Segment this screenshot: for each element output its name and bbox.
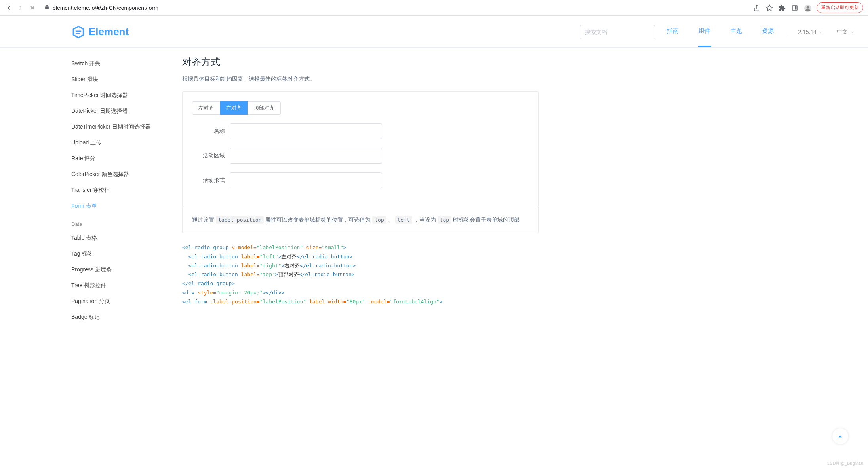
region-input[interactable] [230,148,382,164]
explain-text: ，当设为 [414,216,438,223]
browser-toolbar: element.eleme.io/#/zh-CN/component/form … [0,0,868,16]
section-title: 对齐方式 [182,56,539,68]
top-nav: Element 指南 组件 主题 资源 2.15.14 中文 [0,16,868,48]
chevron-down-icon [850,30,854,34]
code-line: <el-radio-button label="right">右对齐</el-r… [182,261,539,271]
panel-icon[interactable] [791,4,798,11]
nav-component[interactable]: 组件 [699,27,710,36]
update-button[interactable]: 重新启动即可更新 [817,2,863,13]
sidebar-item-progress[interactable]: Progress 进度条 [71,262,182,278]
sidebar-item-upload[interactable]: Upload 上传 [71,135,182,151]
bookmark-icon[interactable] [766,4,773,11]
form-item-region: 活动区域 [192,148,529,164]
extensions-icon[interactable] [779,4,786,11]
sidebar-item-colorpicker[interactable]: ColorPicker 颜色选择器 [71,167,182,182]
code-line: <el-radio-group v-model="labelPosition" … [182,243,539,252]
nav-resource[interactable]: 资源 [762,27,774,36]
page-content: Element 指南 组件 主题 资源 2.15.14 中文 Switch 开关… [0,16,868,333]
language-dropdown[interactable]: 中文 [837,28,854,36]
browser-actions: 重新启动即可更新 [753,2,863,13]
nav-theme[interactable]: 主题 [730,27,742,36]
code-top: top [372,216,386,224]
nav-separator [786,28,786,36]
sidebar-item-table[interactable]: Table 表格 [71,230,182,246]
back-button[interactable] [5,4,13,12]
form-item-type: 活动形式 [192,172,529,188]
type-label: 活动形式 [192,177,230,184]
sidebar-item-form[interactable]: Form 表单 [71,198,182,214]
code-block: <el-radio-group v-model="labelPosition" … [182,243,539,306]
share-icon[interactable] [753,4,760,11]
nav-links: 指南 组件 主题 资源 [667,27,774,36]
explain-text: 、 [388,216,395,223]
sidebar-item-rate[interactable]: Rate 评分 [71,151,182,167]
demo-description: 通过设置 label-position 属性可以改变表单域标签的位置，可选值为 … [182,207,539,233]
search-input[interactable] [580,25,655,39]
version-label: 2.15.14 [798,29,817,35]
svg-point-3 [807,6,809,9]
sidebar-group-data: Data [71,214,182,230]
sidebar-item-timepicker[interactable]: TimePicker 时间选择器 [71,87,182,103]
region-label: 活动区域 [192,152,230,159]
code-line: <el-radio-button label="top">顶部对齐</el-ra… [182,270,539,279]
sidebar-item-switch[interactable]: Switch 开关 [71,56,182,72]
url-bar[interactable]: element.eleme.io/#/zh-CN/component/form [40,5,749,11]
radio-right[interactable]: 右对齐 [220,101,248,115]
lock-icon [44,5,49,11]
code-line: <el-radio-button label="left">左对齐</el-ra… [182,252,539,261]
sidebar-item-transfer[interactable]: Transfer 穿梭框 [71,182,182,198]
code-label-position: label-position [216,216,264,224]
code-line: <div style="margin: 20px;"></div> [182,288,539,297]
section-desc: 根据具体目标和制约因素，选择最佳的标签对齐方式。 [182,76,539,83]
element-logo-icon [71,25,86,39]
version-dropdown[interactable]: 2.15.14 [798,29,823,35]
explain-text: 时标签会置于表单域的顶部 [453,216,520,223]
code-left: left [395,216,412,224]
sidebar-item-datetimepicker[interactable]: DateTimePicker 日期时间选择器 [71,119,182,135]
type-input[interactable] [230,172,382,188]
explain-text: 通过设置 [192,216,216,223]
sidebar-item-badge[interactable]: Badge 标记 [71,309,182,325]
explain-text: 属性可以改变表单域标签的位置，可选值为 [265,216,372,223]
code-top2: top [438,216,451,224]
demo-block: 左对齐 右对齐 顶部对齐 名称 活动区域 活动形式 [182,91,539,207]
logo[interactable]: Element [71,25,129,39]
content-area: Switch 开关 Slider 滑块 TimePicker 时间选择器 Dat… [0,48,602,333]
name-input[interactable] [230,123,382,139]
url-text: element.eleme.io/#/zh-CN/component/form [53,5,158,11]
code-line: <el-form :label-position="labelPosition"… [182,297,539,307]
sidebar-item-tag[interactable]: Tag 标签 [71,246,182,262]
logo-text: Element [89,26,129,38]
alignment-radio-group: 左对齐 右对齐 顶部对齐 [192,101,529,115]
name-label: 名称 [192,128,230,135]
sidebar-item-datepicker[interactable]: DatePicker 日期选择器 [71,103,182,119]
main-content: 对齐方式 根据具体目标和制约因素，选择最佳的标签对齐方式。 左对齐 右对齐 顶部… [182,48,539,333]
sidebar-item-slider[interactable]: Slider 滑块 [71,72,182,87]
stop-button[interactable] [29,4,36,12]
language-label: 中文 [837,28,848,36]
form-item-name: 名称 [192,123,529,139]
code-line: </el-radio-group> [182,279,539,288]
sidebar-item-pagination[interactable]: Pagination 分页 [71,294,182,309]
svg-rect-1 [795,6,797,9]
radio-top[interactable]: 顶部对齐 [248,101,281,115]
nav-guide[interactable]: 指南 [667,27,679,36]
sidebar-item-tree[interactable]: Tree 树形控件 [71,278,182,294]
radio-left[interactable]: 左对齐 [192,101,220,115]
profile-icon[interactable] [804,4,811,11]
sidebar: Switch 开关 Slider 滑块 TimePicker 时间选择器 Dat… [71,48,182,333]
chevron-down-icon [819,30,823,34]
forward-button[interactable] [17,4,25,12]
